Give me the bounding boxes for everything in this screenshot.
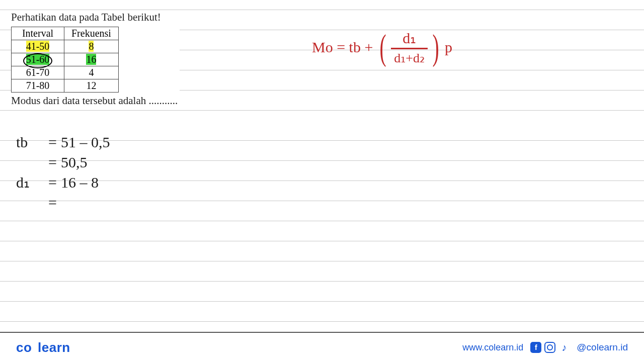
question-followup: Modus dari data tersebut adalah ........… — [11, 95, 178, 107]
work-symbol: d₁ — [16, 172, 44, 193]
cell-freq: 4 — [64, 66, 119, 79]
work-line: tb = 51 – 0,5 — [16, 132, 110, 152]
brand-part-b: learn — [38, 340, 70, 355]
work-symbol: tb — [16, 132, 44, 152]
cell-interval: 41-50 — [12, 40, 64, 53]
equals-icon: = — [48, 172, 57, 193]
formula-lhs: Mo = tb + — [312, 39, 373, 56]
table-row: 51-60 16 — [12, 53, 119, 66]
left-paren-icon: ( — [380, 32, 386, 62]
equals-icon: = — [48, 132, 57, 152]
equals-icon: = — [48, 193, 57, 213]
table-row: 41-50 8 — [12, 40, 119, 53]
brand-logo: co learn — [16, 340, 70, 355]
cell-interval: 61-70 — [12, 66, 64, 79]
cell-freq: 8 — [64, 40, 119, 53]
social-icons: f ♪ — [530, 342, 570, 353]
footer-url[interactable]: www.colearn.id — [462, 342, 523, 353]
work-line: d₁ = 16 – 8 — [16, 172, 110, 193]
work-value: 50,5 — [61, 152, 88, 172]
worksheet-canvas: Perhatikan data pada Tabel berikut! Inte… — [0, 0, 644, 332]
tiktok-icon[interactable]: ♪ — [558, 342, 570, 353]
work-value: 51 – 0,5 — [61, 132, 110, 152]
fraction-numerator: d₁ — [399, 29, 419, 47]
brand-part-a: co — [16, 340, 32, 355]
table-row: 61-70 4 — [12, 66, 119, 79]
fraction-bar-icon — [391, 48, 428, 49]
right-paren-icon: ) — [432, 32, 439, 62]
facebook-icon[interactable]: f — [530, 342, 541, 353]
handwritten-work: tb = 51 – 0,5 = 50,5 d₁ = 16 – 8 = — [16, 132, 110, 213]
work-line: = — [16, 193, 110, 213]
footer-bar: co learn www.colearn.id f ♪ @colearn.id — [0, 332, 644, 362]
cell-freq: 16 — [64, 53, 119, 66]
equals-icon: = — [48, 152, 57, 172]
cell-interval: 51-60 — [12, 53, 64, 66]
work-value: 16 – 8 — [61, 172, 99, 193]
header-frekuensi: Frekuensi — [64, 27, 119, 40]
instagram-icon[interactable] — [544, 342, 555, 353]
work-line: = 50,5 — [16, 152, 110, 172]
fraction-denominator: d₁+d₂ — [391, 50, 428, 66]
cell-interval: 71-80 — [12, 79, 64, 93]
question-block: Perhatikan data pada Tabel berikut! Inte… — [11, 11, 180, 109]
social-handle[interactable]: @colearn.id — [577, 342, 628, 353]
formula-tail: p — [445, 39, 452, 56]
formula-fraction: d₁ d₁+d₂ — [391, 29, 428, 66]
question-title: Perhatikan data pada Tabel berikut! — [11, 11, 178, 24]
footer-right: www.colearn.id f ♪ @colearn.id — [462, 342, 628, 353]
header-interval: Interval — [12, 27, 64, 40]
frequency-table: Interval Frekuensi 41-50 8 51-60 16 61-7… — [11, 27, 119, 93]
table-header-row: Interval Frekuensi — [12, 27, 119, 40]
mode-formula: Mo = tb + ( d₁ d₁+d₂ ) p — [312, 29, 452, 66]
table-row: 71-80 12 — [12, 79, 119, 93]
cell-freq: 12 — [64, 79, 119, 93]
